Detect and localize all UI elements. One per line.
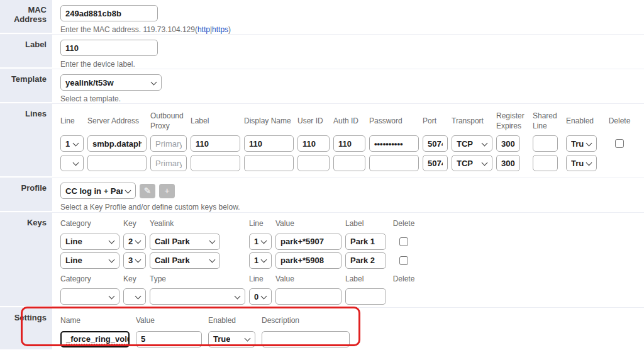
key-number-select[interactable] (123, 288, 146, 305)
display-name-input[interactable] (244, 155, 294, 171)
key-line-select[interactable]: 0 (249, 288, 272, 305)
device-provisioning-form: MAC Address Enter the MAC address. 119.7… (0, 0, 644, 350)
user-id-input[interactable] (297, 135, 330, 152)
device-label-row: Label Enter the device label. (0, 35, 644, 69)
template-label: Template (0, 69, 52, 103)
keys-row: Keys Category Key Yealink Line Value Lab… (0, 213, 644, 308)
settings-table-header: Name Value Enabled Description (60, 316, 644, 326)
keys-table-header-1: Category Key Yealink Line Value Label De… (60, 219, 644, 229)
key-value-input[interactable] (275, 234, 341, 250)
device-label-help: Enter the device label. (60, 60, 644, 69)
setting-enabled-select[interactable]: True (208, 331, 255, 347)
shared-line-input[interactable] (533, 155, 558, 171)
lines-row: Lines Line Server Address Outbound Proxy… (0, 104, 644, 178)
key-label-input[interactable] (345, 252, 386, 269)
setting-value-input[interactable] (136, 331, 202, 347)
chevron-down-icon (135, 257, 141, 263)
chevron-down-icon (235, 294, 240, 300)
keys-label: Keys (0, 213, 52, 307)
https-link[interactable]: https (212, 25, 228, 34)
key-row-2: Line 3 Call Park 1 (60, 252, 644, 269)
keys-table-header-2: Category Key Type Line Value Label Delet… (60, 274, 644, 285)
chevron-down-icon (73, 141, 79, 147)
profile-select[interactable]: CC log in + Parks (60, 183, 136, 199)
key-number-select[interactable]: 3 (123, 252, 146, 269)
add-profile-button[interactable]: + (159, 184, 175, 198)
key-row-1: Line 2 Call Park 1 (60, 234, 644, 250)
transport-select[interactable]: TCP (452, 135, 492, 152)
key-label-input[interactable] (345, 288, 386, 305)
http-link[interactable]: http (197, 25, 210, 34)
chevron-down-icon (261, 239, 267, 244)
user-id-input[interactable] (297, 155, 330, 171)
key-category-select[interactable] (60, 288, 119, 305)
delete-key-checkbox[interactable] (399, 256, 408, 265)
transport-select[interactable]: TCP (452, 155, 492, 171)
line-number-select[interactable] (60, 155, 84, 171)
key-label-input[interactable] (345, 234, 386, 250)
delete-line-checkbox[interactable] (615, 139, 624, 148)
chevron-down-icon (109, 294, 114, 300)
lines-table-header: Line Server Address Outbound Proxy Label… (60, 111, 644, 132)
key-type-select[interactable] (150, 288, 245, 305)
chevron-down-icon (109, 239, 114, 244)
key-category-select[interactable]: Line (60, 252, 119, 269)
chevron-down-icon (109, 257, 114, 263)
template-select[interactable]: yealink/t53w (60, 74, 162, 91)
profile-row: Profile CC log in + Parks ✎ + Select a K… (0, 178, 644, 213)
pencil-icon: ✎ (144, 186, 152, 195)
register-expires-input[interactable] (496, 135, 520, 152)
port-input[interactable] (423, 155, 448, 171)
key-value-input[interactable] (275, 252, 341, 269)
mac-address-row: MAC Address Enter the MAC address. 119.7… (0, 0, 644, 35)
shared-line-input[interactable] (533, 135, 558, 152)
device-label-input[interactable] (60, 40, 158, 56)
server-address-input[interactable] (87, 135, 147, 152)
template-help: Select a template. (60, 94, 644, 103)
password-input[interactable] (369, 155, 419, 171)
auth-id-input[interactable] (333, 155, 365, 171)
chevron-down-icon (261, 257, 267, 263)
enabled-select[interactable]: True (566, 155, 597, 171)
key-type-select[interactable]: Call Park (150, 252, 220, 269)
chevron-down-icon (482, 161, 487, 166)
register-expires-input[interactable] (496, 155, 520, 171)
key-row-new: 0 (60, 288, 644, 305)
template-row: Template yealink/t53w Select a template. (0, 69, 644, 104)
setting-description-input[interactable] (262, 331, 350, 347)
outbound-proxy-input[interactable] (150, 135, 187, 152)
chevron-down-icon (261, 294, 267, 300)
delete-key-checkbox[interactable] (399, 237, 408, 246)
chevron-down-icon (245, 336, 250, 342)
setting-row-1: _force_ring_volume True (60, 331, 644, 347)
port-input[interactable] (423, 135, 448, 152)
line-number-select[interactable]: 1 (60, 135, 84, 152)
settings-label: Settings (0, 308, 52, 349)
key-value-input[interactable] (275, 288, 341, 305)
edit-profile-button[interactable]: ✎ (140, 184, 155, 198)
enabled-select[interactable]: True (566, 135, 597, 152)
mac-help-text: Enter the MAC address. 119.73.104.129(ht… (60, 25, 644, 34)
settings-row: Settings Name Value Enabled Description … (0, 308, 644, 349)
key-line-select[interactable]: 1 (249, 252, 272, 269)
chevron-down-icon (73, 161, 79, 166)
key-type-select[interactable]: Call Park (150, 234, 220, 250)
line-row-1: 1 TCP True (60, 135, 644, 152)
line-row-2: TCP True (60, 155, 644, 171)
password-input[interactable] (369, 135, 419, 152)
key-line-select[interactable]: 1 (249, 234, 272, 250)
outbound-proxy-input[interactable] (150, 155, 187, 171)
device-label-label: Label (0, 35, 52, 69)
mac-address-input[interactable] (60, 5, 158, 21)
line-label-input[interactable] (191, 135, 240, 152)
auth-id-input[interactable] (333, 135, 365, 152)
setting-name-input[interactable]: _force_ring_volume (60, 331, 130, 347)
server-address-input[interactable] (87, 155, 147, 171)
key-category-select[interactable]: Line (60, 234, 119, 250)
lines-label: Lines (0, 104, 52, 178)
chevron-down-icon (586, 141, 592, 147)
line-label-input[interactable] (191, 155, 240, 171)
key-number-select[interactable]: 2 (123, 234, 146, 250)
mac-address-label: MAC Address (0, 0, 52, 34)
display-name-input[interactable] (244, 135, 294, 152)
